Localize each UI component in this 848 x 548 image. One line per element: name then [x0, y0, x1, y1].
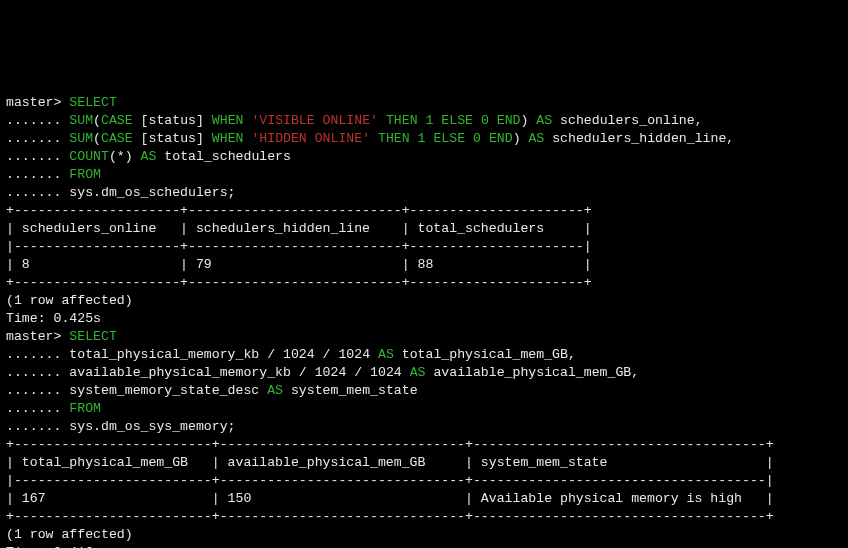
- terminal-output: master> SELECT ....... SUM(CASE [status]…: [6, 76, 842, 548]
- prompt-line[interactable]: master> SELECT: [6, 95, 117, 110]
- continuation-line: ....... SUM(CASE [status] WHEN 'HIDDEN O…: [6, 131, 734, 146]
- continuation-line: ....... FROM: [6, 401, 101, 416]
- table-header: | schedulers_online | schedulers_hidden_…: [6, 221, 592, 236]
- table-border: +---------------------+-----------------…: [6, 203, 592, 218]
- continuation-line: ....... total_physical_memory_kb / 1024 …: [6, 347, 576, 362]
- table-sep: |-------------------------+-------------…: [6, 473, 774, 488]
- table-border: +-------------------------+-------------…: [6, 509, 774, 524]
- table-border: +-------------------------+-------------…: [6, 437, 774, 452]
- continuation-line: ....... FROM: [6, 167, 101, 182]
- continuation-line: ....... COUNT(*) AS total_schedulers: [6, 149, 291, 164]
- table-header: | total_physical_mem_GB | available_phys…: [6, 455, 774, 470]
- continuation-line: ....... sys.dm_os_sys_memory;: [6, 419, 236, 434]
- table-row: | 8 | 79 | 88 |: [6, 257, 592, 272]
- continuation-line: ....... sys.dm_os_schedulers;: [6, 185, 236, 200]
- table-row: | 167 | 150 | Available physical memory …: [6, 491, 774, 506]
- continuation-line: ....... available_physical_memory_kb / 1…: [6, 365, 639, 380]
- table-border: +---------------------+-----------------…: [6, 275, 592, 290]
- continuation-line: ....... SUM(CASE [status] WHEN 'VISIBLE …: [6, 113, 703, 128]
- rows-affected: (1 row affected): [6, 527, 133, 542]
- continuation-line: ....... system_memory_state_desc AS syst…: [6, 383, 418, 398]
- prompt-db: master: [6, 95, 53, 110]
- rows-affected: (1 row affected): [6, 293, 133, 308]
- kw-select: SELECT: [69, 329, 116, 344]
- prompt-line[interactable]: master> SELECT: [6, 329, 117, 344]
- kw-select: SELECT: [69, 95, 116, 110]
- table-sep: |---------------------+-----------------…: [6, 239, 592, 254]
- query-time: Time: 0.425s: [6, 311, 101, 326]
